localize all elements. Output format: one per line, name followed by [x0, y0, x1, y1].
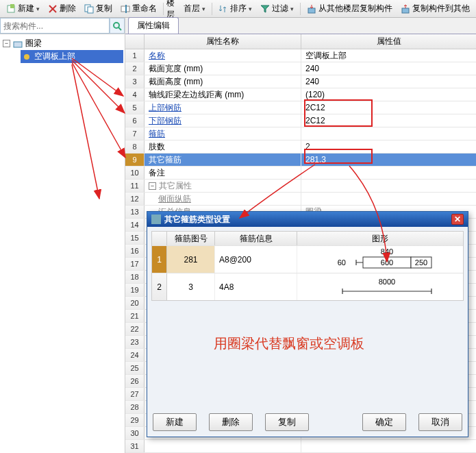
row-number: 2	[125, 62, 145, 75]
cell-value[interactable]: 2C12	[301, 101, 476, 114]
grid-row[interactable]: 1名称空调板上部	[125, 49, 476, 62]
row-number: 9	[125, 154, 145, 166]
grid-row[interactable]: 10备注	[125, 167, 476, 180]
svg-rect-14	[151, 215, 161, 224]
dialog-grid: 箍筋图号 箍筋信息 图形 1 281 A8@200 840 60 600	[151, 231, 464, 301]
main-toolbar: 新建▾ 删除 复制 重命名 楼层 首层▾ 排序▾ 过滤▾ 从其他楼层复制构件 复…	[0, 0, 476, 18]
sort-button[interactable]: 排序▾	[215, 1, 255, 16]
floor-select[interactable]: 首层▾	[180, 1, 209, 16]
new-label: 新建	[18, 3, 34, 14]
row-id: 3	[188, 282, 193, 292]
row-number: 15	[125, 232, 145, 244]
row-number: 19	[125, 284, 145, 296]
collapse-icon[interactable]: −	[3, 40, 10, 47]
dlg-new-button[interactable]: 新建	[153, 413, 197, 431]
row-number: 4	[125, 88, 145, 101]
filter-icon	[260, 4, 270, 14]
grid-row[interactable]: 12侧面纵筋	[125, 193, 476, 206]
dlg-ok-button[interactable]: 确定	[362, 413, 406, 431]
rename-icon	[121, 4, 130, 14]
folder-icon	[13, 40, 23, 48]
cell-value[interactable]	[301, 440, 476, 452]
copy-from-button[interactable]: 从其他楼层复制构件	[303, 1, 396, 16]
grid-row[interactable]: 4轴线距梁左边线距离 (mm)(120)	[125, 88, 476, 101]
cell-name: 上部钢筋	[145, 101, 301, 114]
cell-value[interactable]: 2C12	[301, 114, 476, 127]
dim-r: 250	[415, 258, 427, 267]
row-num: 1	[157, 255, 162, 265]
svg-rect-1	[10, 4, 14, 8]
grid-row[interactable]: 5上部钢筋2C12	[125, 101, 476, 114]
delete-label: 删除	[60, 3, 76, 14]
cell-value[interactable]	[301, 127, 476, 140]
cell-value[interactable]: 2	[301, 140, 476, 153]
cell-value[interactable]: 240	[301, 62, 476, 75]
copy-label: 复制	[96, 3, 112, 14]
cell-value[interactable]	[301, 193, 476, 205]
rename-button[interactable]: 重命名	[117, 1, 160, 16]
collapse-icon[interactable]: −	[149, 182, 156, 190]
filter-button[interactable]: 过滤▾	[257, 1, 297, 16]
row-number: 17	[125, 258, 145, 270]
grid-row[interactable]: 9其它箍筋281,3	[125, 154, 476, 167]
dialog-row[interactable]: 2 3 4A8 8000	[152, 273, 463, 300]
new-button[interactable]: 新建▾	[3, 1, 43, 16]
row-number: 1	[125, 49, 145, 62]
row-info: 4A8	[219, 282, 234, 292]
filter-label: 过滤	[272, 3, 288, 14]
close-icon: ✕	[454, 215, 461, 224]
cell-name	[145, 440, 301, 452]
grid-row[interactable]: 2截面宽度 (mm)240	[125, 62, 476, 75]
search-button[interactable]	[110, 18, 125, 34]
cell-value[interactable]: 281,3	[301, 154, 476, 166]
row-number: 23	[125, 336, 145, 348]
dim-top: 840	[381, 247, 393, 256]
grid-row[interactable]: 31	[125, 440, 476, 453]
delete-icon	[48, 4, 58, 14]
row-number: 13	[125, 206, 145, 218]
dlg-delete-button[interactable]: 删除	[209, 413, 253, 431]
cell-value[interactable]: (120)	[301, 88, 476, 101]
tab-properties[interactable]: 属性编辑	[128, 17, 179, 34]
svg-point-13	[24, 54, 29, 60]
row-number: 24	[125, 349, 145, 361]
cell-value[interactable]: 空调板上部	[301, 49, 476, 62]
svg-rect-9	[402, 8, 409, 13]
cell-name: 侧面纵筋	[145, 193, 301, 205]
separator	[300, 3, 301, 15]
grid-row[interactable]: 6下部钢筋2C12	[125, 114, 476, 127]
grid-row[interactable]: 11−其它属性	[125, 180, 476, 193]
search-input[interactable]	[0, 18, 110, 34]
grid-row[interactable]: 3截面高度 (mm)240	[125, 75, 476, 88]
cell-value[interactable]	[301, 167, 476, 179]
row-number: 26	[125, 375, 145, 387]
svg-rect-8	[308, 8, 315, 13]
close-button[interactable]: ✕	[451, 214, 464, 225]
dropdown-icon: ▾	[249, 5, 252, 12]
cell-name: 箍筋	[145, 127, 301, 140]
tree-child[interactable]: 空调板上部	[21, 50, 123, 63]
cell-name: 截面高度 (mm)	[145, 75, 301, 88]
copy-to-button[interactable]: 复制构件到其他	[397, 1, 473, 16]
dropdown-icon: ▾	[36, 5, 40, 12]
col-info: 箍筋信息	[240, 233, 273, 245]
copy-button[interactable]: 复制	[81, 1, 116, 16]
cell-value[interactable]	[301, 180, 476, 192]
row-number: 21	[125, 310, 145, 322]
grid-row[interactable]: 8肢数2	[125, 140, 476, 154]
dialog-titlebar[interactable]: 其它箍筋类型设置 ✕	[147, 212, 468, 227]
dim-m: 600	[381, 258, 393, 267]
dlg-cancel-button[interactable]: 取消	[418, 413, 462, 431]
tree-root[interactable]: − 圈梁	[1, 37, 123, 50]
row-number: 29	[125, 414, 145, 426]
grid-row[interactable]: 7箍筋	[125, 127, 476, 140]
header-value: 属性值	[301, 34, 476, 49]
sort-icon	[218, 4, 228, 14]
dlg-copy-button[interactable]: 复制	[265, 413, 309, 431]
cell-name: 下部钢筋	[145, 114, 301, 127]
svg-point-10	[114, 23, 119, 28]
delete-button[interactable]: 删除	[45, 1, 79, 16]
floor-value: 首层	[184, 3, 200, 14]
dialog-row[interactable]: 1 281 A8@200 840 60 600 250	[152, 245, 463, 273]
cell-value[interactable]: 240	[301, 75, 476, 88]
